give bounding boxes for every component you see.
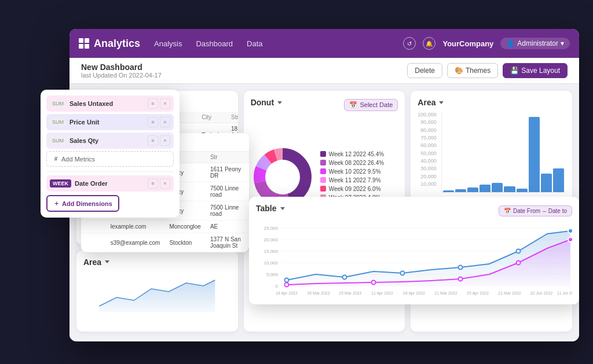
metric-row: SUM Sales Qty ≡ × bbox=[46, 133, 174, 149]
nav-dashboard[interactable]: Dashboard bbox=[193, 37, 235, 50]
svg-text:21 Mar 2022: 21 Mar 2022 bbox=[434, 291, 457, 295]
bar bbox=[553, 168, 564, 192]
svg-text:20,000: 20,000 bbox=[264, 237, 279, 242]
table-popup-row: s39@example.comStockton1377 N San Joaqui… bbox=[81, 233, 249, 252]
dimension-settings-icon[interactable]: ≡ bbox=[148, 178, 158, 189]
add-dimensions-button[interactable]: ＋ Add Dimensions bbox=[46, 195, 119, 212]
donut-chevron-icon[interactable] bbox=[277, 101, 282, 104]
line-chart-area: 25,000 20,000 15,000 10,000 5,000 0 bbox=[256, 222, 572, 297]
bell-icon[interactable]: 🔔 bbox=[423, 37, 435, 50]
app-logo: Analytics bbox=[79, 38, 140, 50]
metrics-panel: SUM Sales Untaxed ≡ × SUM Price Unit ≡ ×… bbox=[41, 90, 180, 218]
date-range-button[interactable]: 📅 Date From – Date to bbox=[499, 205, 572, 216]
nav-data[interactable]: Data bbox=[244, 37, 265, 50]
admin-icon: 👤 bbox=[506, 39, 515, 47]
mini-area-card-bottom: Area bbox=[76, 251, 238, 332]
area-card-title: Area bbox=[418, 98, 565, 107]
svg-point-7 bbox=[266, 161, 299, 193]
metric-close-icon[interactable]: × bbox=[160, 117, 170, 127]
y-axis-label: 100,000 bbox=[418, 112, 437, 117]
delete-button[interactable]: Delete bbox=[407, 63, 442, 78]
area-bottom-popup: Table 📅 Date From – Date to bbox=[249, 197, 579, 304]
svg-text:04 Apr 2022: 04 Apr 2022 bbox=[403, 291, 425, 296]
svg-point-24 bbox=[517, 249, 521, 253]
bar bbox=[455, 189, 466, 192]
bar bbox=[479, 185, 490, 192]
nav-analysis[interactable]: Analysis bbox=[152, 37, 184, 50]
svg-text:25,000: 25,000 bbox=[264, 226, 279, 231]
donut-card-title: Donut bbox=[251, 98, 282, 107]
subheader-left: New Dashboard last Updated On 2022-04-17 bbox=[81, 62, 162, 79]
svg-text:15,000: 15,000 bbox=[264, 249, 279, 254]
bar bbox=[529, 117, 540, 192]
svg-point-25 bbox=[568, 229, 572, 233]
metric-settings-icon[interactable]: ≡ bbox=[148, 117, 158, 127]
y-axis-label: 50,000 bbox=[418, 150, 437, 156]
mini-area-chart bbox=[83, 271, 231, 312]
select-date-button[interactable]: 📅 Select Date bbox=[344, 99, 398, 111]
table-popup-row: lexample.comMoncongloeAE bbox=[81, 220, 249, 233]
popup-col-str: Str bbox=[206, 152, 249, 163]
area-chevron-icon[interactable] bbox=[439, 101, 444, 104]
dimension-close-icon[interactable]: × bbox=[160, 178, 170, 189]
bar bbox=[467, 187, 478, 192]
area-bottom-title: Table bbox=[256, 204, 285, 213]
metric-row: SUM Sales Untaxed ≡ × bbox=[46, 95, 174, 112]
svg-point-30 bbox=[568, 237, 572, 242]
svg-text:10,000: 10,000 bbox=[264, 260, 279, 266]
svg-point-21 bbox=[343, 275, 347, 280]
app-container: Analytics Analysis Dashboard Data ↺ 🔔 Yo… bbox=[0, 0, 593, 364]
subheader: New Dashboard last Updated On 2022-04-17… bbox=[69, 58, 579, 84]
svg-text:11 Jul 2011: 11 Jul 2011 bbox=[557, 291, 572, 295]
svg-point-27 bbox=[372, 281, 376, 285]
metric-close-icon[interactable]: × bbox=[160, 135, 170, 146]
svg-text:5,000: 5,000 bbox=[266, 272, 279, 277]
bar bbox=[517, 189, 528, 193]
nav-menu: Analysis Dashboard Data bbox=[152, 37, 391, 50]
legend-item: Week 11 2022 7.9% bbox=[320, 177, 384, 183]
nav-right: ↺ 🔔 YourCompany 👤 Administrator ▾ bbox=[403, 37, 570, 50]
admin-button[interactable]: 👤 Administrator ▾ bbox=[500, 38, 570, 49]
mini-area-chevron-icon[interactable] bbox=[105, 260, 109, 263]
admin-chevron-icon: ▾ bbox=[561, 39, 564, 47]
calendar-icon: 📅 bbox=[349, 101, 357, 109]
y-axis-label: 30,000 bbox=[418, 166, 437, 171]
metric-settings-icon[interactable]: ≡ bbox=[148, 98, 158, 109]
svg-point-22 bbox=[401, 271, 405, 275]
dashboard-title: New Dashboard bbox=[81, 62, 162, 72]
svg-text:18 Apr 2022: 18 Apr 2022 bbox=[276, 291, 298, 296]
subheader-actions: Delete 🎨 Themes 💾 Save Layout bbox=[407, 63, 568, 78]
themes-button[interactable]: 🎨 Themes bbox=[447, 63, 498, 78]
legend-item: Week 10 2022 9.5% bbox=[320, 168, 384, 175]
col-str: Str bbox=[228, 112, 238, 123]
dimension-icons: ≡ × bbox=[148, 178, 170, 189]
metric-settings-icon[interactable]: ≡ bbox=[148, 135, 158, 146]
plus-icon: ＃ bbox=[53, 155, 59, 163]
refresh-icon[interactable]: ↺ bbox=[403, 37, 416, 50]
svg-text:25 Mar 2022: 25 Mar 2022 bbox=[339, 291, 361, 295]
add-metrics-button[interactable]: ＃ Add Metrics bbox=[46, 151, 174, 167]
y-axis-label: 90,000 bbox=[418, 119, 437, 125]
svg-text:26 Mar 2022: 26 Mar 2022 bbox=[307, 291, 330, 295]
save-layout-button[interactable]: 💾 Save Layout bbox=[503, 63, 568, 78]
divider bbox=[46, 171, 174, 172]
svg-point-28 bbox=[459, 277, 463, 281]
svg-point-20 bbox=[285, 278, 289, 282]
y-axis-label: 20,000 bbox=[418, 174, 437, 179]
y-axis-label: 70,000 bbox=[418, 135, 437, 141]
admin-label: Administrator bbox=[517, 39, 558, 47]
dashboard-updated: last Updated On 2022-04-17 bbox=[81, 72, 162, 79]
legend-item: Week 08 2022 26.4% bbox=[320, 160, 384, 166]
top-navigation: Analytics Analysis Dashboard Data ↺ 🔔 Yo… bbox=[69, 29, 579, 58]
plus-dim-icon: ＋ bbox=[53, 199, 60, 208]
app-title: Analytics bbox=[94, 38, 140, 50]
calendar-range-icon: 📅 bbox=[504, 208, 511, 214]
col-city: City bbox=[198, 112, 228, 123]
svg-point-26 bbox=[285, 283, 289, 287]
mini-area-title: Area bbox=[83, 258, 231, 267]
metric-close-icon[interactable]: × bbox=[160, 98, 170, 109]
area-bottom-chevron-icon[interactable] bbox=[280, 207, 285, 210]
bar bbox=[504, 186, 515, 192]
svg-text:22 Jun 2022: 22 Jun 2022 bbox=[530, 291, 553, 295]
y-axis-label: 60,000 bbox=[418, 142, 437, 148]
